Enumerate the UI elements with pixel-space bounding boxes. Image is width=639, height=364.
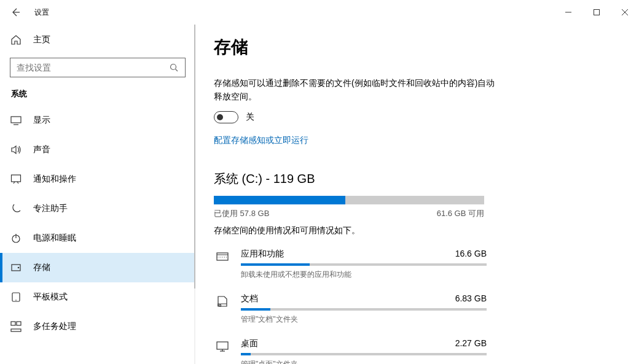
category-row-1[interactable]: 文档6.83 GB管理"文档"文件夹 xyxy=(214,293,607,325)
sound-icon xyxy=(10,144,22,155)
sidebar-item-0[interactable]: 显示 xyxy=(0,106,195,135)
svg-point-12 xyxy=(18,267,20,269)
configure-storage-sense-link[interactable]: 配置存储感知或立即运行 xyxy=(214,135,308,146)
storage-sense-toggle-label: 关 xyxy=(246,112,254,123)
drive-free-text: 61.6 GB 可用 xyxy=(437,208,484,219)
tablet-icon xyxy=(10,292,22,303)
maximize-icon xyxy=(594,9,600,15)
sidebar-item-7[interactable]: 多任务处理 xyxy=(0,312,195,341)
sidebar-item-1[interactable]: 声音 xyxy=(0,135,195,165)
window-title: 设置 xyxy=(34,7,49,18)
svg-point-14 xyxy=(15,300,17,301)
svg-line-5 xyxy=(176,69,178,72)
storage-sense-desc: 存储感知可以通过删除不需要的文件(例如临时文件和回收站中的内容)自动释放空间。 xyxy=(214,76,496,104)
sidebar-item-2[interactable]: 通知和操作 xyxy=(0,165,195,194)
back-button[interactable] xyxy=(2,0,28,25)
sidebar-item-label: 存储 xyxy=(33,262,50,273)
sidebar-item-label: 专注助手 xyxy=(33,203,68,214)
svg-rect-6 xyxy=(11,117,21,123)
sidebar-section-title: 系统 xyxy=(0,88,195,106)
storage-sense-toggle-row: 关 xyxy=(214,111,607,123)
focus-assist-icon xyxy=(10,203,22,214)
category-bar xyxy=(241,353,487,355)
svg-rect-15 xyxy=(11,322,15,325)
window-controls xyxy=(554,2,639,22)
page-title: 存储 xyxy=(214,36,607,59)
category-hint: 卸载未使用或不想要的应用和功能 xyxy=(241,269,487,280)
svg-rect-8 xyxy=(12,175,21,182)
notification-icon xyxy=(10,174,22,185)
search-box[interactable] xyxy=(10,58,186,77)
svg-rect-16 xyxy=(17,322,21,325)
sidebar-home[interactable]: 主页 xyxy=(0,29,195,50)
main-panel: 存储 存储感知可以通过删除不需要的文件(例如临时文件和回收站中的内容)自动释放空… xyxy=(195,25,639,364)
category-bar xyxy=(241,308,487,311)
documents-icon xyxy=(214,293,231,308)
drive-usage-meta: 已使用 57.8 GB 61.6 GB 可用 xyxy=(214,208,484,219)
drive-title: 系统 (C:) - 119 GB xyxy=(214,171,607,187)
category-hint: 管理"文档"文件夹 xyxy=(241,314,487,325)
sidebar-item-5[interactable]: 存储 xyxy=(0,253,195,282)
maximize-button[interactable] xyxy=(582,2,611,22)
category-bar xyxy=(241,263,487,266)
category-name: 文档 xyxy=(241,293,258,304)
sidebar-item-3[interactable]: 专注助手 xyxy=(0,194,195,223)
sidebar: 主页 系统 显示声音通知和操作专注助手电源和睡眠存储平板模式多任务处理 xyxy=(0,25,195,364)
storage-icon xyxy=(10,262,22,273)
sidebar-item-6[interactable]: 平板模式 xyxy=(0,282,195,312)
sidebar-item-label: 显示 xyxy=(33,115,50,126)
sidebar-item-label: 通知和操作 xyxy=(33,174,76,185)
drive-usage-bar xyxy=(214,196,484,204)
svg-rect-23 xyxy=(217,342,228,349)
sidebar-item-4[interactable]: 电源和睡眠 xyxy=(0,223,195,253)
sidebar-scrollbar[interactable] xyxy=(194,25,195,364)
svg-point-4 xyxy=(171,64,176,70)
svg-rect-22 xyxy=(219,304,221,306)
search-input[interactable] xyxy=(17,63,169,72)
display-icon xyxy=(10,115,22,126)
category-name: 桌面 xyxy=(241,338,258,349)
category-row-0[interactable]: 应用和功能16.6 GB卸载未使用或不想要的应用和功能 xyxy=(214,249,607,280)
svg-rect-1 xyxy=(594,10,600,15)
sidebar-item-label: 声音 xyxy=(33,144,50,155)
storage-sense-toggle[interactable] xyxy=(214,111,238,123)
power-icon xyxy=(10,233,22,244)
svg-rect-18 xyxy=(217,253,228,260)
drive-used-text: 已使用 57.8 GB xyxy=(214,208,269,219)
category-size: 6.83 GB xyxy=(455,293,487,303)
category-hint: 管理"桌面"文件夹 xyxy=(241,359,487,364)
search-icon xyxy=(170,63,178,72)
sidebar-home-label: 主页 xyxy=(33,34,50,45)
close-icon xyxy=(622,9,628,15)
home-icon xyxy=(10,34,22,45)
minimize-icon xyxy=(565,9,571,15)
apps-icon xyxy=(214,249,231,263)
close-button[interactable] xyxy=(611,2,639,22)
sidebar-item-label: 电源和睡眠 xyxy=(33,233,76,244)
category-size: 16.6 GB xyxy=(455,249,487,258)
multitask-icon xyxy=(10,321,22,332)
category-size: 2.27 GB xyxy=(455,338,487,348)
titlebar: 设置 xyxy=(0,0,639,25)
category-row-2[interactable]: 桌面2.27 GB管理"桌面"文件夹 xyxy=(214,338,607,364)
svg-rect-17 xyxy=(11,329,21,331)
minimize-button[interactable] xyxy=(554,2,582,22)
sidebar-item-label: 多任务处理 xyxy=(33,321,76,332)
arrow-left-icon xyxy=(10,7,20,17)
category-name: 应用和功能 xyxy=(241,249,284,260)
usage-desc: 存储空间的使用情况和可用情况如下。 xyxy=(214,225,607,236)
sidebar-item-label: 平板模式 xyxy=(33,292,68,303)
desktop-icon xyxy=(214,338,231,353)
